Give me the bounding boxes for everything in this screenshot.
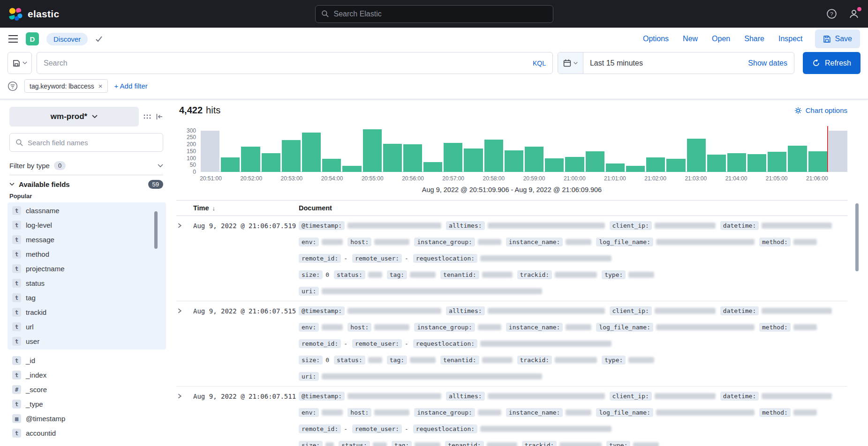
field-search-input[interactable]: Search field names [9,133,163,152]
field-item-status[interactable]: tstatus [12,276,161,290]
histogram-bar-21:03:00[interactable] [687,139,706,172]
histogram-bar-20:53:00[interactable] [282,140,301,172]
histogram-bar-21:01:00[interactable] [606,164,625,172]
doc-field-datetime: datetime: [720,306,832,316]
histogram-bar-21:05:00[interactable] [768,152,786,172]
inspect-link[interactable]: Inspect [778,35,803,43]
histogram-bar-20:56:30[interactable] [423,162,442,172]
open-link[interactable]: Open [712,35,730,43]
field-item-_type[interactable]: t_type [12,397,159,411]
doc-field-name: trackid: [517,270,552,279]
elastic-brand[interactable]: elastic [8,7,59,21]
x-axis-label: 21:05:00 [766,175,788,182]
field-item-tag[interactable]: ttag [12,290,161,305]
save-button[interactable]: Save [815,30,860,48]
histogram-bar-20:54:30[interactable] [342,166,361,172]
collapse-sidebar-icon[interactable] [156,113,163,120]
histogram-bar-20:52:30[interactable] [262,153,280,172]
available-fields-header[interactable]: Available fields 59 [9,180,163,189]
main-scrollbar-thumb[interactable] [855,203,859,271]
histogram-bar-20:54:00[interactable] [322,159,341,172]
field-item-_score[interactable]: #_score [12,382,159,397]
quick-select-date-button[interactable] [558,52,583,74]
sort-descending-icon[interactable]: ↓ [212,205,216,212]
histogram-bar-20:58:30[interactable] [505,150,523,172]
user-notifications-icon[interactable] [848,8,860,20]
options-link[interactable]: Options [643,35,669,43]
filter-pill-tag-keyword[interactable]: tag.keyword: lbaccess × [24,79,108,93]
histogram-bar-20:57:00[interactable] [444,143,462,172]
histogram-bar-20:59:00[interactable] [525,147,543,172]
doc-field-log_file_name: log_file_name: [596,408,755,417]
doc-field-name: log_file_name: [596,408,653,417]
redacted-value [628,272,654,278]
filter-icon[interactable] [8,81,18,91]
saved-query-menu-button[interactable] [8,52,32,74]
histogram-bar-21:02:00[interactable] [646,157,665,172]
field-item-accountid[interactable]: taccountid [12,426,159,440]
histogram-plot[interactable] [201,126,847,172]
histogram-bar-21:02:30[interactable] [666,159,685,172]
histogram-bar-20:58:00[interactable] [484,140,503,172]
histogram-bar-20:56:00[interactable] [403,144,422,172]
field-item-log-level[interactable]: tlog-level [12,218,161,232]
dots-grid-icon[interactable] [143,114,151,119]
doc-field-value: - [405,425,408,432]
time-range-field[interactable]: Last 15 minutes Show dates [583,52,794,74]
histogram-bar-20:55:30[interactable] [383,144,402,172]
query-language-badge[interactable]: KQL [533,59,546,67]
help-icon[interactable]: ? [826,8,837,19]
brand-name: elastic [28,8,59,20]
histogram-bar-21:06:30[interactable] [829,131,847,172]
expand-row-button[interactable] [176,306,193,381]
histogram-bar-20:59:30[interactable] [545,158,564,172]
new-link[interactable]: New [683,35,698,43]
breadcrumb[interactable]: Discover [46,33,88,45]
doc-field-name: instance_name: [506,408,563,417]
histogram-bar-20:53:30[interactable] [302,133,321,172]
histogram-bar-20:55:00[interactable] [363,129,382,172]
filter-by-type-select[interactable]: Filter by type 0 [9,156,163,175]
histogram-bar-21:04:30[interactable] [747,154,766,172]
chart-options-button[interactable]: Chart options [794,106,847,114]
sidebar-scrollbar-thumb[interactable] [154,211,158,249]
histogram-bar-21:05:30[interactable] [788,146,807,172]
field-item-url[interactable]: turl [12,320,161,334]
field-type-string-icon: t [12,308,21,317]
histogram-bar-20:52:00[interactable] [241,147,260,172]
field-item-method[interactable]: tmethod [12,247,161,261]
discover-app-badge[interactable]: D [26,32,39,45]
histogram-bar-20:51:30[interactable] [221,157,240,172]
expand-row-button[interactable] [176,221,193,296]
field-item-trackid[interactable]: ttrackid [12,305,161,320]
time-column-header[interactable]: Time ↓ [193,204,299,212]
global-search-input[interactable]: Search Elastic [315,5,553,23]
index-pattern-selector[interactable]: wm-prod* [9,107,139,126]
menu-hamburger-icon[interactable] [8,35,18,43]
histogram-bar-21:00:00[interactable] [565,157,584,172]
query-input[interactable]: Search KQL [37,52,553,74]
histogram-bar-21:01:30[interactable] [626,166,645,172]
doc-field-@timestamp: @timestamp: [299,391,441,401]
histogram-bar-20:51:00[interactable] [201,131,219,172]
field-item-projectname[interactable]: tprojectname [12,261,161,276]
histogram-bar-21:00:30[interactable] [586,151,604,172]
histogram-bar-21:06:00[interactable] [808,151,827,172]
histogram-bar-21:03:30[interactable] [707,155,726,172]
add-filter-button[interactable]: + Add filter [114,82,148,90]
field-item-_index[interactable]: t_index [12,368,159,382]
checkmark-icon[interactable] [95,36,103,42]
field-item-@timestamp[interactable]: ▦@timestamp [12,411,159,426]
expand-row-button[interactable] [176,391,193,446]
field-item-_id[interactable]: t_id [12,353,159,368]
field-item-classname[interactable]: tclassname [12,203,161,218]
hits-label: hits [206,105,220,116]
histogram-bar-20:57:30[interactable] [464,149,483,172]
show-dates-button[interactable]: Show dates [748,59,787,67]
share-link[interactable]: Share [744,35,764,43]
field-item-message[interactable]: tmessage [12,232,161,247]
refresh-button[interactable]: Refresh [803,52,860,74]
remove-filter-icon[interactable]: × [98,82,103,90]
field-item-user[interactable]: tuser [12,334,161,349]
histogram-bar-21:04:00[interactable] [727,153,746,172]
